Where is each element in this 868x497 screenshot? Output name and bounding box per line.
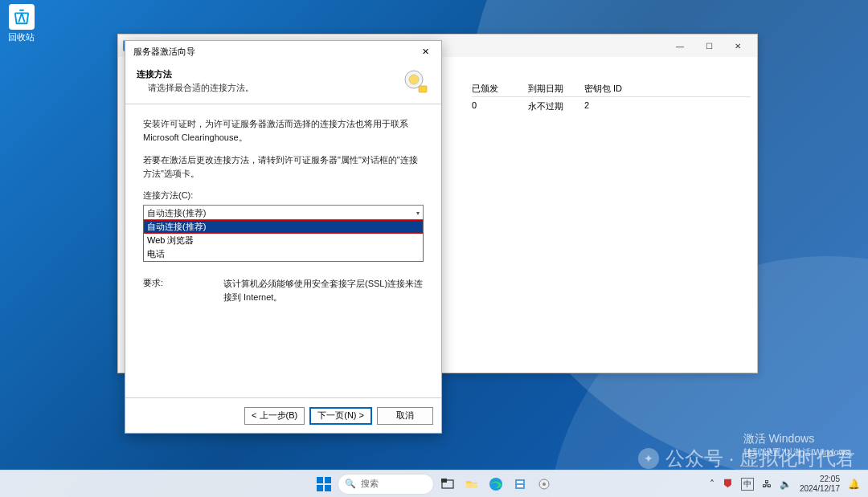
svg-rect-11 — [515, 479, 525, 489]
svg-rect-6 — [325, 485, 331, 491]
clock-time: 22:05 — [800, 475, 840, 484]
task-view-button[interactable] — [437, 474, 458, 495]
chevron-down-icon: ▾ — [416, 210, 420, 217]
maximize-button[interactable]: ☐ — [694, 36, 723, 55]
svg-rect-2 — [419, 86, 427, 92]
ime-indicator[interactable]: 中 — [741, 478, 754, 491]
svg-rect-9 — [466, 483, 477, 488]
wizard-subheading: 请选择最合适的连接方法。 — [137, 82, 395, 94]
option-web-browser[interactable]: Web 浏览器 — [144, 234, 423, 247]
wizard-text: 若要在激活后更改连接方法，请转到许可证服务器"属性"对话框的"连接方法"选项卡。 — [143, 153, 424, 180]
cell-expire: 永不过期 — [528, 100, 584, 112]
edge-browser-icon[interactable] — [485, 474, 506, 495]
option-phone[interactable]: 电话 — [144, 247, 423, 261]
search-placeholder: 搜索 — [361, 478, 379, 490]
column-header[interactable]: 密钥包 ID — [584, 83, 641, 95]
brand-text: 公众号 · 虚拟化时代君 — [665, 446, 855, 471]
wizard-heading: 连接方法 — [137, 68, 395, 80]
start-button[interactable] — [313, 474, 334, 495]
table-row[interactable]: 0 永不过期 2 — [472, 100, 751, 112]
minimize-button[interactable]: — — [665, 36, 694, 55]
svg-rect-3 — [317, 477, 323, 483]
svg-rect-12 — [517, 481, 523, 483]
volume-icon[interactable]: 🔈 — [780, 479, 792, 490]
dialog-title: 服务器激活向导 — [133, 46, 195, 58]
option-auto-connect[interactable]: 自动连接(推荐) — [144, 220, 423, 234]
cancel-button[interactable]: 取消 — [377, 407, 433, 425]
cell-issued: 0 — [472, 100, 528, 112]
next-button[interactable]: 下一页(N) > — [309, 407, 372, 425]
taskbar-search[interactable]: 🔍 搜索 — [338, 474, 434, 495]
running-app-icon[interactable] — [534, 474, 555, 495]
desktop-icon-recycle-bin[interactable]: 回收站 — [8, 4, 35, 43]
notifications-icon[interactable]: 🔔 — [848, 479, 860, 490]
clock-date: 2024/12/17 — [800, 484, 840, 494]
svg-point-15 — [542, 483, 546, 486]
clock[interactable]: 22:05 2024/12/17 — [800, 475, 840, 493]
recycle-bin-icon — [9, 4, 35, 30]
table-header: 已颁发 到期日期 密钥包 ID — [472, 83, 751, 97]
taskbar: 🔍 搜索 ˄ ⛊ 中 🖧 🔈 22:05 2024/12/17 🔔 — [0, 470, 868, 497]
security-shield-icon[interactable]: ⛊ — [723, 478, 733, 490]
server-manager-icon[interactable] — [510, 474, 530, 495]
close-button[interactable]: ✕ — [414, 43, 436, 60]
column-header[interactable]: 到期日期 — [528, 83, 584, 95]
server-activation-wizard: 服务器激活向导 ✕ 连接方法 请选择最合适的连接方法。 安装许可证时，为许可证服… — [125, 40, 442, 434]
svg-rect-5 — [317, 485, 323, 491]
dialog-titlebar[interactable]: 服务器激活向导 ✕ — [125, 41, 441, 62]
network-icon[interactable]: 🖧 — [762, 479, 772, 490]
svg-rect-4 — [325, 477, 331, 483]
search-icon: 🔍 — [345, 479, 356, 489]
svg-rect-8 — [441, 479, 447, 483]
connection-method-dropdown: 自动连接(推荐) Web 浏览器 电话 — [143, 219, 424, 262]
svg-rect-13 — [517, 485, 523, 487]
requirements-text: 该计算机必须能够使用安全套接字层(SSL)连接来连接到 Internet。 — [223, 277, 424, 303]
wizard-header: 连接方法 请选择最合适的连接方法。 — [125, 62, 441, 104]
back-button[interactable]: < 上一步(B) — [244, 407, 305, 425]
desktop-icon-label: 回收站 — [8, 31, 35, 43]
system-tray: ˄ ⛊ 中 🖧 🔈 22:05 2024/12/17 🔔 — [710, 475, 868, 493]
wechat-icon: ✦ — [638, 448, 659, 469]
column-header[interactable]: 已颁发 — [472, 83, 528, 95]
file-explorer-icon[interactable] — [461, 474, 482, 495]
brand-watermark: ✦ 公众号 · 虚拟化时代君 — [638, 446, 855, 471]
wizard-certificate-icon — [401, 68, 430, 97]
combo-label: 连接方法(C): — [143, 189, 424, 202]
tray-chevron-icon[interactable]: ˄ — [710, 479, 714, 490]
activation-line1: 激活 Windows — [743, 432, 859, 446]
svg-point-1 — [409, 75, 419, 84]
connection-method-combo[interactable]: 自动连接(推荐) ▾ — [143, 205, 424, 221]
combo-value: 自动连接(推荐) — [147, 207, 206, 219]
close-button[interactable]: ✕ — [723, 36, 752, 55]
wizard-text: 安装许可证时，为许可证服务器激活而选择的连接方法也将用于联系 Microsoft… — [143, 117, 424, 144]
requirements-label: 要求: — [143, 277, 223, 303]
wizard-footer: < 上一步(B) 下一页(N) > 取消 — [125, 397, 441, 433]
cell-keypack: 2 — [584, 100, 641, 112]
